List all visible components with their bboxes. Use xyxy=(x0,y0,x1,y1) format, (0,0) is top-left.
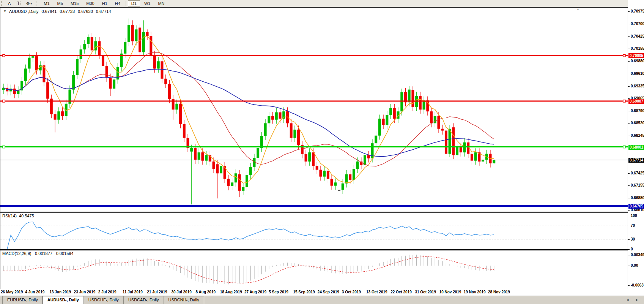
time-axis[interactable]: 26 May 20194 Jun 201913 Jun 201923 Jun 2… xyxy=(0,289,628,296)
candle-body xyxy=(275,112,278,120)
candle-body xyxy=(164,79,167,84)
ohlc-low: 0.67630 xyxy=(78,9,93,14)
candle-body xyxy=(249,167,252,175)
candle-body xyxy=(57,111,60,120)
price-tick-label-tick-icon xyxy=(628,11,630,12)
candle-body xyxy=(382,119,385,125)
tab-usdcnh-daily[interactable]: USDCNH-, Daily xyxy=(164,296,204,304)
candle-body xyxy=(268,116,270,123)
candle-body xyxy=(327,171,329,179)
toolbar-grip-icon[interactable] xyxy=(1,1,4,6)
level-price-badge: 0.68001 xyxy=(628,145,644,150)
date-label: 3 Oct 2019 xyxy=(342,290,361,294)
arrow-pointer-tool-button[interactable]: A xyxy=(6,1,13,6)
toolbar-separator xyxy=(126,1,126,6)
candle-body xyxy=(80,49,82,59)
level-handle-icon[interactable] xyxy=(623,100,625,102)
level-price-badge: 0.66705 xyxy=(628,204,644,209)
tab-usdchf-daily[interactable]: USDCHF-, Daily xyxy=(83,296,124,304)
level-handle-icon[interactable] xyxy=(3,54,5,57)
price-tick-label: 0.69335 xyxy=(631,84,644,88)
rsi-scale-label: 30 xyxy=(631,237,635,241)
candle-body xyxy=(437,116,440,129)
timeframe-mn-button[interactable]: MN xyxy=(154,0,168,6)
candle-body xyxy=(91,37,93,51)
candle-body xyxy=(216,164,219,173)
candle-body xyxy=(419,96,422,109)
crosshair-cursor-tool-dropdown-icon[interactable]: ▾ xyxy=(30,2,32,5)
timeframe-h1-button[interactable]: H1 xyxy=(99,0,111,6)
chart-shift-marker-icon[interactable]: ▲ xyxy=(576,8,579,11)
drawing-tool-group: AT✥▾ xyxy=(5,1,35,6)
rsi-indicator-panel[interactable]: RSI(14) 40.5475 xyxy=(0,212,628,250)
macd-indicator-panel[interactable]: MACD(12,26,9) -0.001877 -0.001594 xyxy=(0,250,628,289)
tab-usdcad-daily[interactable]: USDCAD-, Daily xyxy=(123,296,164,304)
candle-body xyxy=(246,175,248,187)
crosshair-cursor-tool-button[interactable]: ✥▾ xyxy=(24,1,34,6)
candle-body xyxy=(220,166,222,173)
candle-body xyxy=(198,152,200,160)
rsi-scale-label: 70 xyxy=(631,223,635,228)
timeframe-m30-button[interactable]: M30 xyxy=(83,0,98,6)
price-tick-label-tick-icon xyxy=(628,61,630,62)
candle-body xyxy=(54,114,57,119)
timeframe-w1-button[interactable]: W1 xyxy=(141,0,154,6)
symbol-dropdown-icon[interactable]: ▼ xyxy=(3,10,6,14)
candle-body xyxy=(305,154,307,162)
candle-body xyxy=(378,119,381,135)
crosshair-cursor-tool-icon: ✥ xyxy=(26,1,30,6)
price-tick-label-tick-icon xyxy=(628,86,630,87)
price-tick-label: 0.67155 xyxy=(631,183,644,187)
timeframe-m5-button[interactable]: M5 xyxy=(54,0,66,6)
tab-scroll-right-icon[interactable]: ► xyxy=(635,298,639,302)
candle-body xyxy=(356,162,359,169)
tab-eurusd-daily[interactable]: EURUSD-, Daily xyxy=(2,296,43,304)
macd-signal-value: -0.001594 xyxy=(55,251,74,256)
candlestick-plot[interactable] xyxy=(0,8,628,212)
candle-body xyxy=(316,166,318,170)
candle-body xyxy=(271,116,274,120)
level-handle-icon[interactable] xyxy=(3,100,5,102)
date-label: 28 Nov 2019 xyxy=(488,290,510,294)
candle-body xyxy=(35,56,38,70)
candle-body xyxy=(227,179,230,186)
tab-audusd-daily[interactable]: AUDUSD-, Daily xyxy=(43,296,84,304)
date-label: 11 Jul 2019 xyxy=(123,290,143,294)
candle-body xyxy=(452,127,455,155)
candle-body xyxy=(334,182,337,185)
price-chart-panel[interactable]: ▼ AUDUSD-,Daily 0.67641 0.67733 0.67630 … xyxy=(0,7,628,212)
macd-plot[interactable] xyxy=(0,250,628,289)
timeframe-m1-button[interactable]: M1 xyxy=(40,0,53,6)
timeframe-m15-button[interactable]: M15 xyxy=(67,0,82,6)
price-tick-label: 0.66880 xyxy=(631,196,644,200)
macd-scale-label: -0.00637 xyxy=(631,283,644,287)
ohlc-open: 0.67641 xyxy=(42,9,57,14)
candle-body xyxy=(98,41,101,55)
candle-body xyxy=(179,104,182,124)
level-handle-icon[interactable] xyxy=(3,146,5,148)
candle-body xyxy=(389,108,392,115)
price-tick-label-tick-icon xyxy=(628,111,630,111)
price-axis[interactable]: 0.709750.707000.704250.701550.698800.696… xyxy=(628,0,644,296)
date-label: 10 Nov 2019 xyxy=(439,290,461,294)
timeframe-d1-button[interactable]: D1 xyxy=(128,0,140,6)
ohlc-close: 0.67714 xyxy=(96,9,111,14)
candle-body xyxy=(293,130,296,138)
timeframe-h4-button[interactable]: H4 xyxy=(112,0,124,6)
text-label-tool-icon: T xyxy=(16,1,21,6)
price-tick-label: 0.70700 xyxy=(631,22,644,26)
price-tick-label-tick-icon xyxy=(628,185,630,186)
timeframe-grip-icon[interactable] xyxy=(36,1,38,6)
tab-scroll-left-icon[interactable]: ◄ xyxy=(626,298,629,302)
level-handle-icon[interactable] xyxy=(623,54,625,57)
date-label: 22 Oct 2019 xyxy=(390,290,412,294)
level-handle-icon[interactable] xyxy=(623,146,625,148)
candle-body xyxy=(113,79,115,89)
candle-body xyxy=(135,29,137,41)
text-label-tool-button[interactable]: T xyxy=(14,1,23,6)
price-tick-label: 0.68245 xyxy=(631,133,644,138)
candle-body xyxy=(264,123,267,136)
candle-body xyxy=(201,152,204,161)
candle-body xyxy=(87,37,90,44)
rsi-plot[interactable] xyxy=(0,213,628,249)
